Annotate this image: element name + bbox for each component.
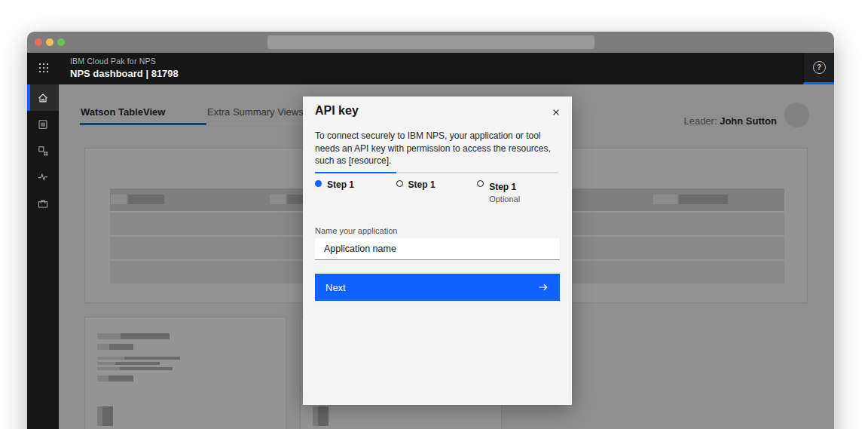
application-name-input[interactable]	[315, 238, 560, 260]
application-name-label: Name your application	[315, 226, 397, 235]
step-label: Step 1	[489, 182, 516, 192]
maximize-window-button[interactable]	[57, 38, 65, 46]
desktop-background: IBM Cloud Pak for NPS NPS dashboard | 81…	[0, 0, 868, 429]
app-switcher-icon[interactable]	[38, 63, 50, 75]
modal-title: API key	[315, 104, 359, 118]
sidebar-item-related[interactable]	[27, 137, 59, 164]
minimize-window-button[interactable]	[46, 38, 53, 46]
step-label: Step 1	[408, 179, 436, 204]
step-incomplete-icon	[396, 180, 403, 187]
close-icon	[552, 108, 561, 117]
browser-titlebar	[27, 32, 834, 53]
next-button[interactable]: Next	[315, 274, 560, 301]
progress-step-2[interactable]: Step 1	[396, 172, 478, 204]
progress-step-3[interactable]: Step 1 Optional	[477, 172, 558, 204]
next-button-label: Next	[326, 282, 346, 293]
close-window-button[interactable]	[35, 38, 42, 46]
platform-eyebrow: IBM Cloud Pak for NPS	[70, 57, 179, 66]
activity-icon	[37, 171, 49, 183]
page-title: NPS dashboard | 81798	[70, 68, 179, 79]
home-icon	[37, 92, 49, 104]
sidebar-item-toolbox[interactable]	[27, 190, 59, 216]
browser-window: IBM Cloud Pak for NPS NPS dashboard | 81…	[27, 32, 834, 429]
modal-close-button[interactable]	[546, 103, 566, 122]
sidebar-item-home[interactable]	[27, 84, 59, 111]
progress-step-1[interactable]: Step 1	[315, 172, 396, 204]
progress-indicator: Step 1 Step 1 Step 1 Optional	[315, 172, 558, 204]
step-label: Step 1	[327, 179, 354, 204]
toolbox-icon	[37, 198, 49, 210]
report-icon	[37, 118, 49, 130]
help-button[interactable]: ?	[803, 53, 834, 84]
address-bar[interactable]	[267, 35, 594, 49]
help-icon: ?	[813, 61, 826, 74]
step-incomplete-icon	[477, 180, 484, 187]
side-nav	[27, 84, 59, 429]
step-optional-label: Optional	[489, 195, 520, 204]
sidebar-item-report[interactable]	[27, 111, 59, 137]
arrow-right-icon	[537, 281, 549, 293]
modal-description: To connect securely to IBM NPS, your app…	[315, 130, 556, 167]
api-key-modal: API key To connect securely to IBM NPS, …	[303, 97, 572, 405]
header-titles: IBM Cloud Pak for NPS NPS dashboard | 81…	[70, 57, 179, 79]
related-items-icon	[37, 145, 49, 157]
step-current-icon	[315, 180, 322, 187]
sidebar-item-activity[interactable]	[27, 164, 59, 190]
app-header: IBM Cloud Pak for NPS NPS dashboard | 81…	[27, 53, 834, 84]
